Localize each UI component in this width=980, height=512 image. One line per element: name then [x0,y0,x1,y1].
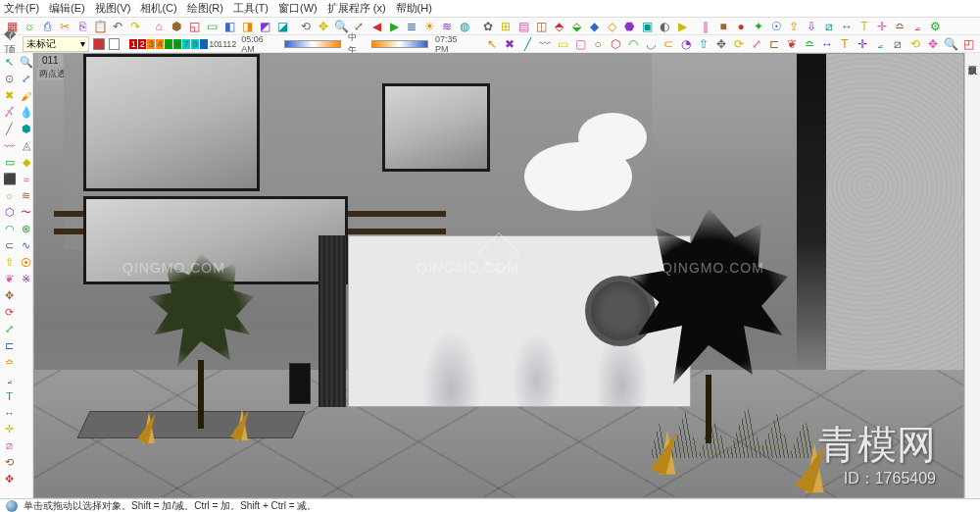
month-8[interactable]: 8 [191,39,199,49]
zoom-win-icon[interactable]: ◰ [960,36,976,52]
stop-icon[interactable]: ■ [715,19,731,34]
cam-icon[interactable]: ✦ [751,19,766,34]
offset-icon[interactable]: ⊏ [766,36,782,52]
poly-icon[interactable]: ⬡ [608,36,623,52]
freehand-tool-icon[interactable]: 〰 [2,138,18,154]
scenes-icon[interactable]: ▤ [515,19,531,34]
lasso-tool-icon[interactable]: ⊙ [2,72,18,87]
date-slider[interactable] [371,40,428,48]
menu-file[interactable]: 文件(F) [4,1,39,16]
export-icon[interactable]: ⇪ [786,19,802,34]
model-info-icon[interactable]: ⬢ [169,19,184,34]
dim2-icon[interactable]: ↔ [819,36,835,52]
eraser2-tool-icon[interactable]: 〆 [2,105,18,121]
geo-icon[interactable]: ⬣ [621,19,637,34]
pan2-icon[interactable]: ✥ [925,36,941,52]
undo-icon[interactable]: ↶ [110,19,125,34]
pan-tool-icon[interactable]: ✥ [2,472,18,487]
followme-tool-icon[interactable]: ❦ [2,272,18,287]
eraser-icon[interactable]: ✖ [502,36,517,52]
rec-icon[interactable]: ● [733,19,749,34]
next-icon[interactable]: ▶ [386,19,402,34]
pushpull-tool-icon[interactable]: ⇧ [2,255,18,271]
play-icon[interactable]: ▶ [674,19,690,34]
right-tray[interactable]: 默认面板 [964,53,980,498]
month-11[interactable]: 11 [218,39,225,49]
tape-tool-icon[interactable]: ≏ [2,355,18,371]
menu-edit[interactable]: 编辑(E) [49,1,85,16]
line-icon[interactable]: ╱ [519,36,535,52]
protractor2-icon[interactable]: ⦟ [872,36,888,52]
open-icon[interactable]: ☼ [22,19,37,34]
3dwh-icon[interactable]: ⬙ [568,19,584,34]
circle-tool-icon[interactable]: ○ [2,188,18,204]
ext-icon[interactable]: ◆ [586,19,602,34]
rect-icon[interactable]: ▭ [555,36,570,52]
dim-icon[interactable]: ↔ [839,19,855,34]
menu-view[interactable]: 视图(V) [95,1,131,16]
move-tool-icon[interactable]: ✥ [2,288,18,304]
pan-icon[interactable]: ✥ [316,19,331,34]
pause-icon[interactable]: ‖ [698,19,713,34]
zoom2-icon[interactable]: 🔍 [943,36,958,52]
followme-icon[interactable]: ❦ [784,36,800,52]
solid-tool-icon[interactable]: ◆ [19,155,34,171]
orbit-icon[interactable]: ⟲ [298,19,314,34]
3arc-icon[interactable]: ⊂ [661,36,676,52]
zoom-tool-icon[interactable]: 🔍 [19,55,34,71]
zoom-icon[interactable]: 🔍 [333,19,349,34]
materials-icon[interactable]: ⬘ [551,19,566,34]
rect2-tool-icon[interactable]: ⬛ [2,172,18,187]
scale-icon[interactable]: ⤢ [749,36,764,52]
eraser-tool-icon[interactable]: ✖ [2,88,18,104]
plugin7-tool-icon[interactable]: ※ [19,272,34,287]
zoom-ext-tool-icon[interactable]: ⤢ [19,72,34,87]
outliner-icon[interactable]: ⊞ [498,19,514,34]
tape2-icon[interactable]: ≏ [802,36,817,52]
text2-icon[interactable]: T [837,36,853,52]
orbit2-icon[interactable]: ⟲ [907,36,923,52]
month-7[interactable]: 7 [182,39,190,49]
dim-tool-icon[interactable]: ↔ [2,405,18,421]
rotate-icon[interactable]: ⟳ [731,36,747,52]
ruby-icon[interactable]: ◇ [604,19,619,34]
2arc-icon[interactable]: ◡ [643,36,659,52]
save-icon[interactable]: ⎙ [39,19,55,34]
anim-icon[interactable]: ◐ [657,19,672,34]
img-icon[interactable]: ▣ [639,19,655,34]
redo-icon[interactable]: ↷ [127,19,143,34]
left-icon[interactable]: ◪ [274,19,290,34]
arc2-tool-icon[interactable]: ⊂ [2,238,18,254]
menu-tools[interactable]: 工具(T) [233,1,269,16]
rect-tool-icon[interactable]: ▭ [2,155,18,171]
paste-icon[interactable]: 📋 [92,19,108,34]
menu-window[interactable]: 窗口(W) [278,1,318,16]
back-icon[interactable]: ◩ [257,19,272,34]
month-2[interactable]: 2 [138,39,146,49]
layer-visibility-icon[interactable]: �顶 [4,36,19,52]
month-10[interactable]: 10 [209,39,217,49]
text-tool-icon[interactable]: T [2,388,18,404]
poly-tool-icon[interactable]: ⬡ [2,205,18,221]
pushpull-icon[interactable]: ⇧ [696,36,711,52]
paint-tool-icon[interactable]: 🖌 [19,88,34,104]
offset-tool-icon[interactable]: ⊏ [2,338,18,354]
rrect-icon[interactable]: ▢ [572,36,588,52]
plugin6-tool-icon[interactable]: ⦿ [19,255,34,271]
month-12[interactable]: 12 [226,39,234,49]
top-icon[interactable]: ▭ [204,19,220,34]
viewport-3d[interactable]: 011 两点透视 QINGMO.COM QINGMO.COM QINGMO.CO… [33,53,964,498]
import-icon[interactable]: ⇩ [804,19,819,34]
protractor-icon[interactable]: ⦟ [909,19,925,34]
month-5[interactable]: 5 [165,39,172,49]
scale-tool-icon[interactable]: ⤢ [2,322,18,337]
layer-dropdown[interactable]: 未标记 ▾ [23,36,89,52]
line-tool-icon[interactable]: ╱ [2,122,18,137]
month-4[interactable]: 4 [156,39,164,49]
components-icon[interactable]: ◫ [533,19,549,34]
print-icon[interactable]: ⌂ [151,19,167,34]
shadow-timeline[interactable]: 123456789101112 [129,39,234,49]
select-icon[interactable]: ↖ [484,36,500,52]
month-1[interactable]: 1 [129,39,137,49]
sun-icon[interactable]: ☉ [768,19,784,34]
